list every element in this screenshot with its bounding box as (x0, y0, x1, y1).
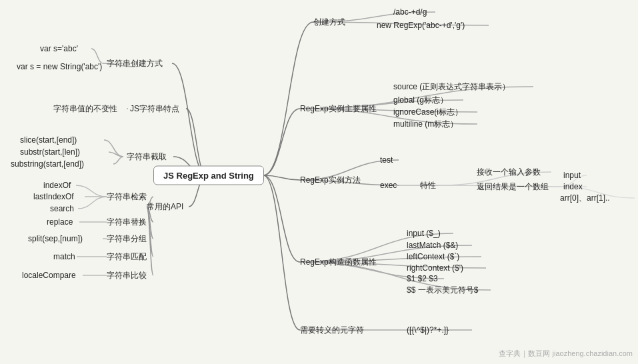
node: 字符串创建方式 (107, 58, 163, 69)
node: indexOf (43, 181, 71, 190)
mindmap-container: JS RegExp and String字符串创建方式var s='abc'va… (0, 0, 638, 364)
node: lastIndexOf (33, 192, 74, 201)
node: 常用的API (147, 201, 183, 213)
node: ([{\^$|)?*+.]} (407, 325, 449, 335)
node: $$ 一表示美元符号$ (407, 285, 478, 296)
node: 字符串值的不变性 (53, 103, 117, 115)
node: 字符串比较 (107, 270, 147, 281)
node: input (563, 171, 581, 180)
node: 接收一个输入参数 (477, 167, 541, 178)
node: slice(start,[end]) (20, 135, 77, 145)
node: ignoreCase(i标志） (393, 107, 463, 118)
node: localeCompare (22, 271, 76, 280)
node: 字符串检索 (107, 191, 147, 203)
node: match (53, 252, 75, 261)
node: new RegExp('abc-+d','g') (377, 21, 465, 30)
node: split(sep,[num]) (28, 234, 83, 243)
node: test (380, 155, 393, 165)
node: lastMatch ($&) (407, 241, 458, 250)
node: 字符串匹配 (107, 251, 147, 263)
node: /abc-+d/g (393, 7, 427, 17)
node: input ($_) (407, 229, 441, 238)
node: multiline (m标志） (393, 119, 458, 130)
node: $1 $2 $3 (407, 274, 438, 283)
node: RegExp构造函数属性 (300, 257, 377, 268)
node: 创建方式 (313, 17, 345, 28)
watermark: 查字典｜数豆网 jiaozheng.chazidian.com (499, 349, 633, 359)
node: exec (380, 181, 397, 190)
node: search (50, 204, 74, 213)
node: source (正则表达式字符串表示） (393, 81, 510, 93)
node: substring(start,[end]) (11, 159, 84, 169)
node: 字符串替换 (107, 217, 147, 228)
node: arr[0]、arr[1].. (560, 193, 610, 204)
node: var s='abc' (40, 44, 78, 53)
node: substr(start,[len]) (20, 147, 80, 157)
node: index (563, 182, 583, 191)
node: RegExp实例方法 (300, 175, 361, 186)
node: replace (47, 217, 73, 227)
node: 需要转义的元字符 (300, 325, 364, 336)
node: RegExp实例主要属性 (300, 103, 377, 115)
node: 特性 (420, 180, 436, 191)
node: JS字符串特点 (130, 103, 179, 115)
node: var s = new String('abc') (17, 62, 102, 71)
node: 字符串分组 (107, 233, 147, 245)
node: 返回结果是一个数组 (477, 181, 549, 193)
node: 字符串截取 (127, 151, 167, 163)
node: global (g标志） (393, 95, 448, 106)
node: rightContext ($') (407, 263, 463, 273)
node: JS RegExp and String (153, 166, 264, 185)
node: leftContext ($`) (407, 252, 459, 261)
